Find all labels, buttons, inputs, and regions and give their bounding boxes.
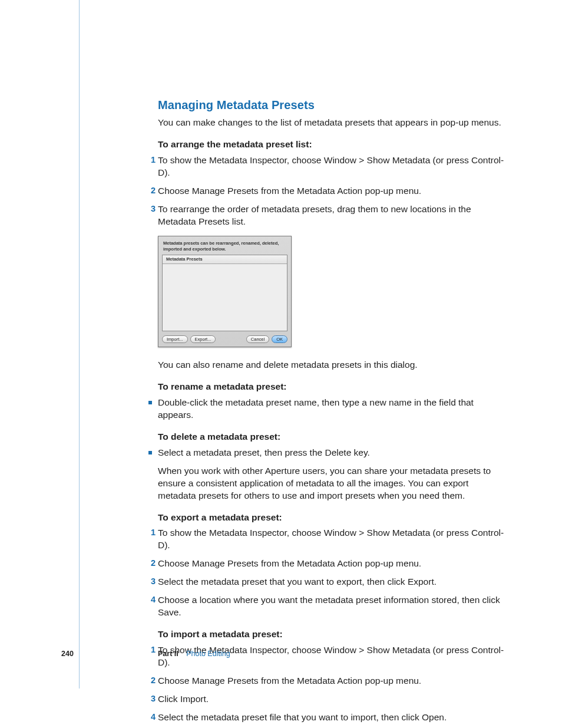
step-number: 3 — [147, 693, 156, 705]
rename-bullets: Double-click the metadata preset name, t… — [158, 397, 505, 421]
task-delete-head: To delete a metadata preset: — [158, 431, 505, 443]
after-dialog-paragraph: You can also rename and delete metadata … — [158, 359, 505, 371]
step-number: 2 — [147, 675, 156, 687]
step: 3To rearrange the order of metadata pres… — [158, 203, 505, 228]
export-button[interactable]: Export... — [190, 335, 216, 343]
export-steps: 1To show the Metadata Inspector, choose … — [158, 527, 505, 619]
step-text: Select the metadata preset file that you… — [158, 712, 447, 722]
bullet-text: Double-click the metadata preset name, t… — [158, 397, 474, 420]
list-item: Select a metadata preset, then press the… — [158, 447, 505, 459]
step: 2Choose Manage Presets from the Metadata… — [158, 185, 505, 197]
ok-button[interactable]: OK — [272, 335, 287, 343]
step-number: 2 — [147, 558, 156, 569]
metadata-presets-dialog: Metadata presets can be rearranged, rena… — [158, 236, 292, 347]
step-text: Choose Manage Presets from the Metadata … — [158, 676, 421, 686]
task-rename-head: To rename a metadata preset: — [158, 381, 505, 393]
step-number: 1 — [147, 527, 156, 539]
step-number: 4 — [147, 594, 156, 606]
step: 2Choose Manage Presets from the Metadata… — [158, 675, 505, 687]
step-number: 1 — [147, 154, 156, 166]
step: 3Select the metadata preset that you wan… — [158, 576, 505, 588]
task-arrange-head: To arrange the metadata preset list: — [158, 139, 505, 151]
import-button[interactable]: Import... — [162, 335, 188, 343]
task-export-head: To export a metadata preset: — [158, 512, 505, 524]
content-area: Managing Metadata Presets You can make c… — [158, 97, 505, 728]
step: 4Select the metadata preset file that yo… — [158, 711, 505, 724]
presets-list-header: Metadata Presets — [163, 255, 287, 264]
list-item: Double-click the metadata preset name, t… — [158, 397, 505, 421]
footer-part-label: Part II — [158, 650, 178, 658]
page-number: 240 — [61, 649, 74, 659]
step-text: To show the Metadata Inspector, choose W… — [158, 528, 504, 550]
step: 1To show the Metadata Inspector, choose … — [158, 154, 505, 179]
step-text: Choose Manage Presets from the Metadata … — [158, 186, 421, 196]
step-number: 4 — [147, 711, 156, 723]
step: 2Choose Manage Presets from the Metadata… — [158, 558, 505, 570]
step-text: To show the Metadata Inspector, choose W… — [158, 155, 504, 177]
section-heading: Managing Metadata Presets — [158, 97, 505, 113]
step-number: 3 — [147, 203, 156, 215]
dialog-button-row: Import... Export... Cancel OK — [158, 331, 291, 347]
arrange-steps: 1To show the Metadata Inspector, choose … — [158, 154, 505, 228]
bullet-icon — [148, 451, 152, 454]
footer-part: Part II Photo Editing — [158, 649, 230, 659]
step: 1To show the Metadata Inspector, choose … — [158, 527, 505, 552]
step: 3Click Import. — [158, 693, 505, 706]
step-text: Select the metadata preset that you want… — [158, 577, 437, 587]
margin-rule — [79, 0, 80, 689]
dialog-message: Metadata presets can be rearranged, rena… — [158, 236, 291, 255]
intro-paragraph: You can make changes to the list of meta… — [158, 117, 505, 129]
bullet-icon — [148, 401, 152, 404]
page: Managing Metadata Presets You can make c… — [0, 0, 562, 728]
cancel-button[interactable]: Cancel — [246, 335, 269, 343]
delete-extra-paragraph: When you work with other Aperture users,… — [158, 465, 505, 502]
step-number: 1 — [147, 644, 156, 656]
step-text: Choose a location where you want the met… — [158, 595, 500, 617]
step-number: 2 — [147, 185, 156, 197]
step-text: To rearrange the order of metadata prese… — [158, 204, 471, 226]
task-import-head: To import a metadata preset: — [158, 628, 505, 641]
presets-list[interactable]: Metadata Presets — [162, 255, 287, 331]
step-text: Click Import. — [158, 694, 209, 704]
footer-part-name: Photo Editing — [186, 650, 230, 658]
step: 4Choose a location where you want the me… — [158, 594, 505, 619]
delete-bullets: Select a metadata preset, then press the… — [158, 447, 505, 459]
step-text: Choose Manage Presets from the Metadata … — [158, 558, 421, 568]
bullet-text: Select a metadata preset, then press the… — [158, 447, 370, 457]
step-number: 3 — [147, 576, 156, 588]
